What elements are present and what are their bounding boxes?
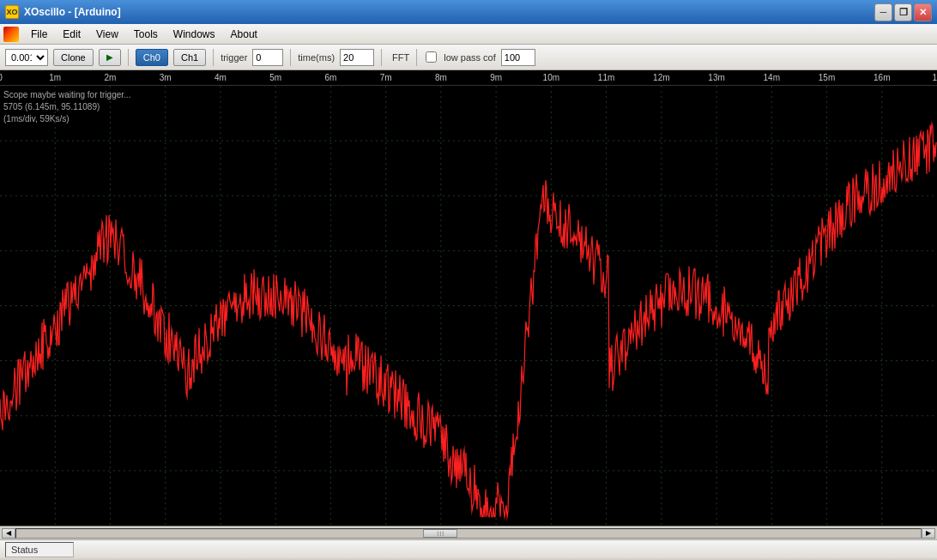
divider-3 — [290, 49, 291, 66]
app-icon: XO — [5, 5, 19, 19]
menu-windows[interactable]: Windows — [166, 27, 222, 42]
time-tick: 0 — [0, 73, 3, 82]
menu-about[interactable]: About — [224, 27, 264, 42]
scrollbar-area: ◀ ⁞⁞⁞ ▶ — [0, 526, 937, 539]
time-tick: 15m — [819, 73, 835, 82]
toolbar: 0.001 0.01 0.1 1 Clone ▶ Ch0 Ch1 trigger… — [0, 45, 937, 70]
scrollbar-right-button[interactable]: ▶ — [922, 528, 935, 539]
status-text: Status — [11, 545, 38, 555]
time-tick: 13m — [708, 73, 724, 82]
status-bar: Status — [0, 539, 937, 558]
app-logo — [3, 27, 19, 42]
scope-info: Scope maybe waiting for trigger... 5705 … — [3, 89, 130, 125]
scope-info-line2: 5705 (6.145m, 95.11089) — [3, 101, 130, 113]
oscilloscope-canvas[interactable] — [0, 86, 937, 526]
time-axis: 01m2m3m4m5m6m7m8m9m10m11m12m13m14m15m16m… — [0, 70, 937, 86]
scope-info-line3: (1ms/div, 59Ks/s) — [3, 113, 130, 125]
menu-tools[interactable]: Tools — [127, 27, 165, 42]
minimize-button[interactable]: ─ — [874, 3, 892, 21]
scrollbar-left-button[interactable]: ◀ — [2, 528, 15, 539]
ch0-button[interactable]: Ch0 — [136, 49, 168, 66]
scope-canvas: Scope maybe waiting for trigger... 5705 … — [0, 86, 937, 526]
time-tick: 4m — [215, 73, 227, 82]
trigger-input[interactable] — [252, 49, 283, 66]
time-tick: 9m — [490, 73, 502, 82]
time-tick: 12m — [653, 73, 669, 82]
fft-label: FFT — [392, 52, 409, 63]
scope-info-line1: Scope maybe waiting for trigger... — [3, 89, 130, 101]
time-tick: 10m — [543, 73, 559, 82]
restore-button[interactable]: ❐ — [894, 3, 912, 21]
time-tick: 11m — [598, 73, 614, 82]
play-button[interactable]: ▶ — [99, 49, 121, 66]
time-tick: 16m — [874, 73, 890, 82]
time-tick: 3m — [160, 73, 172, 82]
time-tick: 2m — [105, 73, 117, 82]
low-pass-label: low pass cof — [444, 52, 496, 63]
time-input[interactable] — [340, 49, 374, 66]
time-tick: 1m — [49, 73, 61, 82]
low-pass-input[interactable] — [501, 49, 535, 66]
close-button[interactable]: ✕ — [914, 3, 932, 21]
divider-5 — [416, 49, 417, 66]
window-controls: ─ ❐ ✕ — [874, 3, 932, 21]
scrollbar-thumb[interactable]: ⁞⁞⁞ — [423, 529, 457, 538]
time-label: time(ms) — [298, 52, 335, 63]
time-tick: 5m — [269, 73, 281, 82]
divider-4 — [381, 49, 382, 66]
menu-file[interactable]: File — [24, 27, 54, 42]
title-bar: XO XOscillo - [Arduino] ─ ❐ ✕ — [0, 0, 937, 24]
divider-1 — [128, 49, 129, 66]
scrollbar-track[interactable]: ⁞⁞⁞ — [15, 528, 922, 539]
status-panel: Status — [5, 542, 74, 557]
trigger-label: trigger — [221, 52, 247, 63]
time-tick: 17 — [932, 73, 937, 82]
ch1-button[interactable]: Ch1 — [173, 49, 206, 66]
scale-select[interactable]: 0.001 0.01 0.1 1 — [5, 49, 48, 66]
low-pass-checkbox[interactable] — [426, 51, 437, 63]
time-tick: 8m — [435, 73, 447, 82]
time-tick: 6m — [324, 73, 336, 82]
menu-bar: File Edit View Tools Windows About — [0, 24, 937, 45]
clone-button[interactable]: Clone — [53, 49, 94, 66]
scope-wrapper: 01m2m3m4m5m6m7m8m9m10m11m12m13m14m15m16m… — [0, 70, 937, 526]
time-tick: 14m — [764, 73, 780, 82]
window-title: XOscillo - [Arduino] — [24, 6, 121, 18]
divider-2 — [213, 49, 214, 66]
menu-edit[interactable]: Edit — [56, 27, 88, 42]
menu-view[interactable]: View — [89, 27, 125, 42]
time-tick: 7m — [380, 73, 392, 82]
